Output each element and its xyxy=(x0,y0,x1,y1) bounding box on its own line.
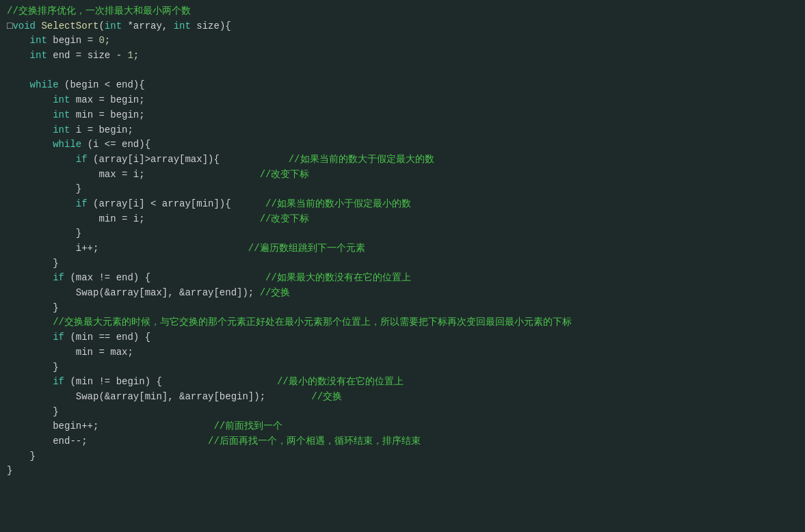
plain-token: } xyxy=(7,183,81,194)
plain-token xyxy=(7,124,53,135)
code-line: if (array[i] < array[min]){ //如果当前的数小于假定… xyxy=(7,197,798,212)
code-line: } xyxy=(7,360,798,375)
comment-token: //交换 xyxy=(311,391,342,402)
plain-token: max = begin; xyxy=(70,94,144,105)
code-line: max = i; //改变下标 xyxy=(7,168,798,183)
plain-token: begin = xyxy=(47,35,99,46)
plain-token: size){ xyxy=(191,21,231,31)
plain-token: Swap(&array[max], &array[end]); xyxy=(7,287,260,298)
code-line: int max = begin; xyxy=(7,93,798,108)
plain-token xyxy=(145,213,260,224)
code-line: if (min != begin) { //最小的数没有在它的位置上 xyxy=(7,375,798,390)
plain-token xyxy=(7,272,53,283)
comment-token: //遍历数组跳到下一个元素 xyxy=(248,243,365,254)
code-line: } xyxy=(7,256,798,271)
plain-token: (max != end) { xyxy=(64,272,150,283)
keyword-token: if xyxy=(53,376,64,387)
code-line xyxy=(7,64,798,79)
code-line: } xyxy=(7,449,798,464)
keyword-token: void xyxy=(12,21,36,31)
plain-token xyxy=(7,94,53,105)
plain-token: ( xyxy=(98,21,104,31)
plain-token xyxy=(7,376,53,387)
keyword-token: while xyxy=(30,79,59,90)
keyword-token: int xyxy=(30,35,47,46)
plain-token xyxy=(162,376,277,387)
comment-token: //前面找到一个 xyxy=(213,421,282,431)
keyword-token: int xyxy=(53,124,70,135)
keyword-token: int xyxy=(53,109,70,120)
code-line: int min = begin; xyxy=(7,108,798,123)
plain-token xyxy=(98,243,248,254)
plain-token: } xyxy=(7,465,12,476)
function-token: SelectSort xyxy=(41,21,98,31)
plain-token xyxy=(7,154,76,165)
code-line: i++; //遍历数组跳到下一个元素 xyxy=(7,241,798,256)
code-line: if (array[i]>array[max]){ //如果当前的数大于假定最大… xyxy=(7,152,798,168)
comment-token: //交换 xyxy=(260,287,291,298)
plain-token: ; xyxy=(105,35,110,46)
code-line: if (max != end) { //如果最大的数没有在它的位置上 xyxy=(7,271,798,286)
plain-token: max = i; xyxy=(7,169,145,180)
comment-token: //改变下标 xyxy=(260,169,310,180)
comment-token: //后面再找一个，两个相遇，循环结束，排序结束 xyxy=(208,436,421,447)
code-line: } xyxy=(7,405,798,420)
plain-token: ; xyxy=(133,50,139,61)
code-line: int i = begin; xyxy=(7,123,798,138)
code-line: □void SelectSort(int *array, int size){ xyxy=(7,19,798,34)
keyword-token: int xyxy=(105,21,122,31)
code-line: int begin = 0; xyxy=(7,34,798,49)
code-line: end--; //后面再找一个，两个相遇，循环结束，排序结束 xyxy=(7,434,798,449)
plain-token: 0 xyxy=(98,35,104,46)
plain-token: end = size - xyxy=(47,50,128,61)
plain-token xyxy=(231,198,265,209)
plain-token: (min == end) { xyxy=(64,332,150,343)
plain-token: (begin < end){ xyxy=(59,79,145,90)
code-line: min = max; xyxy=(7,345,798,360)
comment-token: //如果最大的数没有在它的位置上 xyxy=(265,272,411,283)
plain-token: min = max; xyxy=(7,347,133,358)
comment-token: //如果当前的数大于假定最大的数 xyxy=(289,154,434,165)
code-line: } xyxy=(7,226,798,241)
comment-token: //如果当前的数小于假定最小的数 xyxy=(265,198,411,209)
keyword-token: while xyxy=(53,139,81,150)
comment-token: //交换最大元素的时候，与它交换的那个元素正好处在最小元素那个位置上，所以需要把… xyxy=(7,317,572,328)
plain-token: 1 xyxy=(127,50,133,61)
plain-token: } xyxy=(7,362,59,373)
plain-token xyxy=(265,391,311,402)
code-line: if (min == end) { xyxy=(7,330,798,345)
code-line: int end = size - 1; xyxy=(7,49,798,64)
plain-token xyxy=(220,154,289,165)
plain-token: } xyxy=(7,406,59,417)
code-line: //交换排序优化，一次排最大和最小两个数 xyxy=(7,4,798,19)
plain-token xyxy=(7,79,30,90)
comment-token: //交换排序优化，一次排最大和最小两个数 xyxy=(7,5,191,16)
plain-token: } xyxy=(7,228,81,239)
plain-token: } xyxy=(7,258,59,269)
code-line: begin++; //前面找到一个 xyxy=(7,419,798,434)
comment-token: //最小的数没有在它的位置上 xyxy=(277,376,404,387)
plain-token: min = begin; xyxy=(70,109,144,120)
plain-token: *array, xyxy=(122,21,174,31)
plain-token: begin++; xyxy=(7,421,98,431)
plain-token xyxy=(7,139,53,150)
plain-token: } xyxy=(7,302,59,313)
plain-token xyxy=(88,436,208,447)
comment-token: //改变下标 xyxy=(260,213,310,224)
plain-token: (i <= end){ xyxy=(81,139,150,150)
keyword-token: if xyxy=(53,332,64,343)
plain-token: (array[i] < array[min]){ xyxy=(88,198,231,209)
keyword-token: if xyxy=(53,272,64,283)
plain-token xyxy=(150,272,265,283)
plain-token: (array[i]>array[max]){ xyxy=(88,154,220,165)
plain-token: end--; xyxy=(7,436,88,447)
plain-token xyxy=(98,421,213,431)
code-line: Swap(&array[min], &array[begin]); //交换 xyxy=(7,390,798,405)
plain-token xyxy=(7,198,76,209)
plain-token: } xyxy=(7,451,36,462)
plain-token: i = begin; xyxy=(70,124,133,135)
plain-token: Swap(&array[min], &array[begin]); xyxy=(7,391,265,402)
keyword-token: if xyxy=(76,198,88,209)
code-line: Swap(&array[max], &array[end]); //交换 xyxy=(7,286,798,301)
keyword-token: int xyxy=(30,50,47,61)
